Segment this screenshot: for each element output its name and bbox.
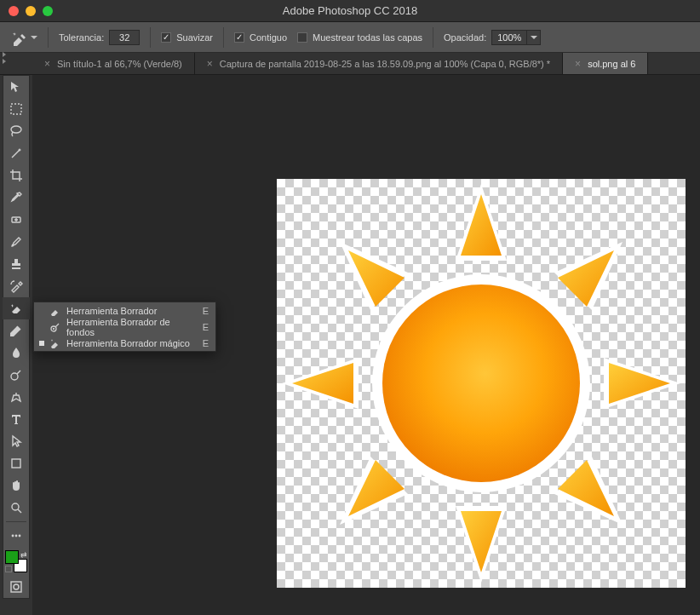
opacidad-group: Opacidad:: [444, 30, 541, 45]
flyout-item-shortcut: E: [203, 322, 209, 332]
svg-marker-11: [292, 363, 353, 404]
move-tool[interactable]: [3, 76, 30, 98]
chevron-down-icon: [31, 36, 37, 39]
eyedropper-tool[interactable]: [3, 187, 30, 209]
zoom-tool[interactable]: [3, 497, 30, 519]
flyout-item-shortcut: E: [203, 338, 209, 348]
svg-point-17: [382, 285, 580, 482]
window-controls: [9, 6, 53, 16]
gradient-tool[interactable]: [3, 319, 30, 342]
muestrear-label: Muestrear todas las capas: [313, 32, 422, 43]
selected-indicator: [39, 325, 44, 330]
magic-wand-tool[interactable]: [3, 142, 30, 164]
tolerance-label: Tolerancia:: [59, 32, 104, 43]
hand-tool[interactable]: [3, 474, 30, 497]
magic-eraser-icon: [10, 29, 27, 46]
stamp-tool[interactable]: [3, 253, 30, 275]
flyout-item-label: Herramienta Borrador de fondos: [66, 317, 198, 337]
chevron-down-icon: [531, 36, 537, 39]
quick-mask-button[interactable]: [3, 576, 30, 598]
tolerance-input[interactable]: [109, 30, 140, 45]
svg-rect-27: [11, 582, 21, 592]
muestrear-group[interactable]: Muestrear todas las capas: [297, 32, 422, 43]
opacidad-input[interactable]: [491, 30, 527, 45]
lasso-tool[interactable]: [3, 120, 30, 142]
opacidad-label: Opacidad:: [444, 32, 486, 43]
svg-rect-22: [12, 459, 20, 468]
separator: [223, 27, 224, 48]
close-icon[interactable]: ×: [575, 58, 581, 70]
svg-point-21: [11, 373, 18, 380]
suavizar-label: Suavizar: [176, 32, 213, 43]
title-bar: Adobe Photoshop CC 2018: [0, 0, 700, 22]
flyout-item-magic-eraser[interactable]: Herramienta Borrador mágico E: [34, 335, 215, 351]
magic-eraser-icon: [49, 337, 61, 349]
shape-tool[interactable]: [3, 452, 30, 474]
contiguo-label: Contiguo: [250, 32, 287, 43]
svg-point-24: [12, 535, 14, 537]
opacidad-dropdown[interactable]: [527, 30, 541, 45]
close-icon[interactable]: ×: [44, 58, 50, 70]
panel-toggle[interactable]: [3, 53, 9, 63]
flyout-item-label: Herramienta Borrador: [66, 306, 198, 316]
document-tab[interactable]: × Sin título-1 al 66,7% (Verde/8): [32, 53, 195, 74]
muestrear-checkbox[interactable]: [297, 32, 307, 43]
document-tab-label: Sin título-1 al 66,7% (Verde/8): [57, 59, 182, 69]
suavizar-group[interactable]: Suavizar: [161, 32, 213, 43]
swap-colors-icon[interactable]: ⇄: [20, 550, 27, 559]
document-tab-label: sol.png al 6: [588, 59, 635, 69]
window-minimize-button[interactable]: [26, 6, 36, 16]
suavizar-checkbox[interactable]: [161, 32, 171, 43]
document-tab[interactable]: × Captura de pantalla 2019-08-25 a las 1…: [195, 53, 563, 74]
window-close-button[interactable]: [9, 6, 19, 16]
blur-tool[interactable]: [3, 342, 30, 364]
marquee-tool[interactable]: [3, 98, 30, 120]
history-brush-tool[interactable]: [3, 275, 30, 297]
separator: [150, 27, 151, 48]
document-tabs: × Sin título-1 al 66,7% (Verde/8) × Capt…: [0, 53, 700, 75]
brush-tool[interactable]: [3, 231, 30, 253]
contiguo-checkbox[interactable]: [234, 32, 244, 43]
separator: [433, 27, 433, 48]
default-colors-icon[interactable]: [5, 566, 12, 572]
svg-marker-9: [461, 194, 502, 256]
flyout-item-label: Herramienta Borrador mágico: [66, 338, 198, 348]
flyout-item-shortcut: E: [203, 306, 209, 316]
tool-divider: [6, 521, 26, 522]
svg-marker-12: [609, 363, 670, 404]
window-maximize-button[interactable]: [43, 6, 53, 16]
svg-point-23: [12, 503, 19, 510]
dodge-tool[interactable]: [3, 364, 30, 386]
contiguo-group[interactable]: Contiguo: [234, 32, 287, 43]
selected-indicator: [39, 341, 44, 346]
svg-rect-18: [11, 104, 21, 114]
svg-point-25: [15, 535, 18, 537]
bg-eraser-icon: [49, 321, 61, 333]
color-swatches[interactable]: ⇄: [5, 550, 27, 572]
selected-indicator: [39, 308, 44, 313]
artboard[interactable]: [277, 179, 686, 588]
flyout-item-bg-eraser[interactable]: Herramienta Borrador de fondos E: [34, 319, 215, 335]
eraser-tool[interactable]: [3, 297, 30, 319]
document-tab[interactable]: × sol.png al 6: [563, 53, 648, 74]
svg-point-26: [19, 535, 21, 537]
tool-preset-picker[interactable]: [10, 29, 37, 46]
app-title: Adobe Photoshop CC 2018: [0, 4, 700, 17]
path-select-tool[interactable]: [3, 430, 30, 452]
eraser-flyout-menu: Herramienta Borrador E Herramienta Borra…: [33, 302, 216, 352]
crop-tool[interactable]: [3, 164, 30, 187]
svg-marker-10: [461, 511, 502, 572]
tolerance-group: Tolerancia:: [59, 30, 140, 45]
eraser-icon: [49, 305, 61, 317]
document-tab-label: Captura de pantalla 2019-08-25 a las 18.…: [220, 59, 550, 69]
tools-panel: ⇄: [3, 75, 30, 599]
svg-point-19: [11, 126, 21, 133]
sun-graphic: [277, 179, 686, 588]
close-icon[interactable]: ×: [207, 58, 213, 70]
pen-tool[interactable]: [3, 386, 30, 408]
foreground-color-swatch[interactable]: [5, 550, 19, 564]
edit-toolbar-button[interactable]: [3, 525, 30, 547]
svg-point-28: [14, 584, 19, 589]
type-tool[interactable]: [3, 408, 30, 430]
healing-brush-tool[interactable]: [3, 209, 30, 231]
